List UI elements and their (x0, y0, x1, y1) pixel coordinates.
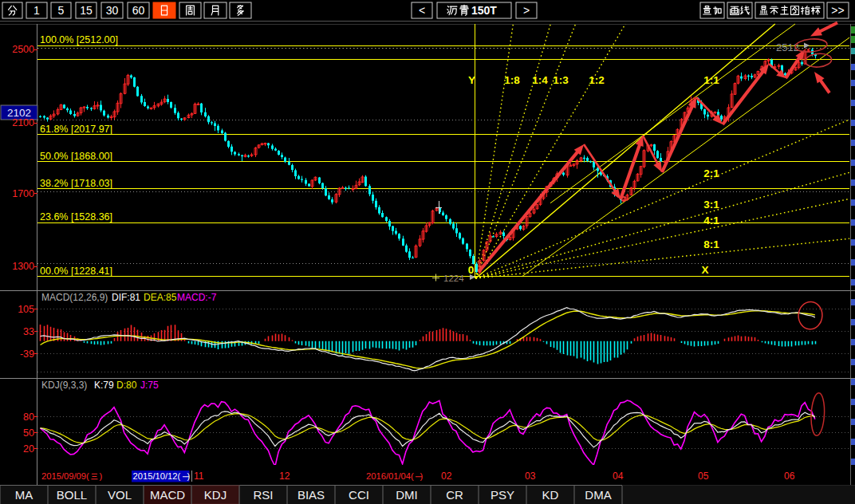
svg-text:D:80: D:80 (116, 380, 137, 391)
svg-text:61.8% [2017.97]: 61.8% [2017.97] (40, 124, 112, 135)
svg-text:12: 12 (279, 471, 290, 482)
svg-text:Y: Y (468, 74, 475, 86)
svg-text:1:8: 1:8 (504, 74, 520, 86)
svg-text:2016/01/04(: 2016/01/04( (366, 471, 414, 481)
svg-text:06: 06 (784, 471, 795, 482)
svg-text:2:1: 2:1 (703, 167, 719, 179)
svg-text:KDJ(9,3,3): KDJ(9,3,3) (41, 380, 87, 391)
svg-text:02: 02 (441, 471, 452, 482)
svg-text:1:3: 1:3 (553, 74, 569, 86)
svg-text:DMI: DMI (396, 488, 418, 502)
svg-text:0: 0 (468, 264, 475, 276)
svg-text:1:4: 1:4 (532, 74, 548, 86)
svg-text:): ) (187, 471, 191, 481)
svg-text:DMA: DMA (585, 488, 611, 502)
svg-text:2100: 2100 (12, 117, 34, 128)
svg-text:00.0% [1228.41]: 00.0% [1228.41] (40, 266, 112, 277)
svg-text:1:2: 1:2 (589, 74, 605, 86)
svg-text:11: 11 (194, 471, 204, 482)
svg-text:X: X (701, 264, 708, 276)
svg-text:<: < (419, 4, 425, 17)
svg-text:150T: 150T (471, 4, 497, 17)
svg-text:-39: -39 (20, 348, 34, 360)
svg-text:VOL: VOL (108, 488, 132, 502)
svg-text:CCI: CCI (349, 488, 369, 502)
svg-text:03: 03 (525, 471, 536, 482)
svg-text:2500: 2500 (12, 44, 34, 55)
svg-text:MA: MA (15, 488, 33, 502)
svg-text:100.0% [2512.00]: 100.0% [2512.00] (40, 34, 118, 45)
svg-text:RSI: RSI (253, 488, 273, 502)
svg-text:>: > (523, 4, 530, 17)
svg-text:04: 04 (613, 471, 624, 482)
svg-text:1700: 1700 (12, 188, 34, 199)
svg-text:BOLL: BOLL (57, 488, 87, 502)
svg-text:2015/09/09(: 2015/09/09( (41, 471, 89, 481)
svg-text:80: 80 (23, 411, 34, 423)
svg-text:MACD(12,26,9): MACD(12,26,9) (41, 292, 108, 303)
svg-text:KDJ: KDJ (204, 488, 227, 502)
svg-text:1:1: 1:1 (703, 74, 719, 86)
svg-text:5: 5 (58, 4, 65, 17)
svg-text:50: 50 (23, 427, 34, 439)
svg-text:): ) (420, 471, 424, 481)
svg-text:33: 33 (23, 326, 34, 337)
svg-text:>>: >> (831, 4, 844, 17)
svg-text:105: 105 (18, 304, 34, 315)
svg-text:K:79: K:79 (94, 380, 114, 391)
svg-text:MACD:-7: MACD:-7 (177, 292, 217, 303)
svg-text:30: 30 (106, 4, 119, 17)
svg-text:PSY: PSY (491, 488, 514, 502)
svg-text:23.6% [1528.36]: 23.6% [1528.36] (40, 211, 112, 222)
svg-text:): ) (100, 471, 103, 481)
svg-text:3:1: 3:1 (703, 199, 719, 211)
svg-text:CR: CR (446, 488, 463, 502)
svg-text:DIF:81: DIF:81 (112, 292, 140, 303)
svg-text:J:75: J:75 (140, 380, 159, 391)
svg-text:BIAS: BIAS (297, 488, 325, 502)
svg-text:20: 20 (23, 443, 34, 455)
svg-text:KD: KD (542, 488, 559, 502)
svg-text:8:1: 8:1 (703, 238, 719, 250)
svg-text:38.2% [1718.03]: 38.2% [1718.03] (40, 178, 112, 189)
svg-text:MACD: MACD (150, 488, 185, 502)
svg-text:4:1: 4:1 (703, 215, 719, 226)
svg-text:DEA:85: DEA:85 (144, 292, 177, 303)
svg-text:2015/10/12(: 2015/10/12( (133, 471, 181, 481)
svg-text:1300: 1300 (12, 261, 34, 272)
svg-text:1: 1 (33, 4, 40, 17)
svg-text:05: 05 (698, 471, 709, 482)
svg-text:60: 60 (132, 4, 145, 17)
svg-text:1224: 1224 (443, 274, 464, 283)
svg-text:15: 15 (80, 4, 93, 17)
svg-text:50.0% [1868.00]: 50.0% [1868.00] (40, 151, 112, 162)
